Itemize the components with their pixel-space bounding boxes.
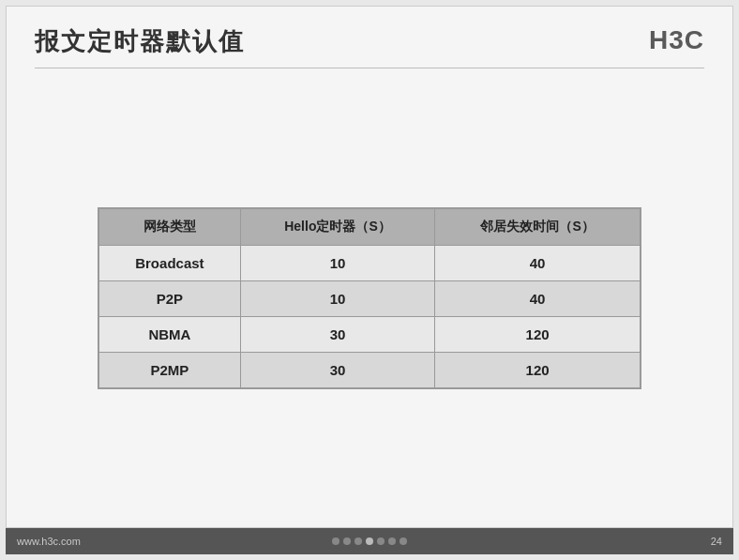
dot-2 [343,537,351,545]
table-row: P2MP30120 [98,352,641,388]
cell-3-0: P2MP [98,352,240,388]
cell-3-1: 30 [240,352,435,388]
dot-5 [377,537,385,545]
cell-1-1: 10 [240,280,435,316]
cell-1-0: P2P [98,280,240,316]
table-row: Broadcast1040 [98,245,641,280]
cell-0-0: Broadcast [98,245,240,280]
dot-6 [388,537,396,545]
col-header-hello: Hello定时器（S） [240,208,435,246]
footer-page: 24 [711,536,722,547]
cell-0-2: 40 [435,245,641,280]
content-area: 网络类型 Hello定时器（S） 邻居失效时间（S） Broadcast1040… [35,87,704,508]
dot-7 [400,537,407,545]
timer-table: 网络类型 Hello定时器（S） 邻居失效时间（S） Broadcast1040… [98,207,641,389]
table-wrapper: 网络类型 Hello定时器（S） 邻居失效时间（S） Broadcast1040… [98,207,641,389]
col-header-neighbor: 邻居失效时间（S） [435,208,641,246]
table-row: P2P1040 [98,280,641,316]
cell-2-2: 120 [435,316,641,352]
dot-4 [366,537,373,545]
footer: www.h3c.com 24 [6,528,733,554]
dot-3 [354,537,362,545]
table-header-row: 网络类型 Hello定时器（S） 邻居失效时间（S） [98,208,641,246]
dot-1 [332,537,339,545]
cell-2-0: NBMA [98,316,240,352]
cell-1-2: 40 [435,280,641,316]
cell-0-1: 10 [240,245,435,280]
slide-title: 报文定时器默认值 [35,25,245,58]
slide-header: 报文定时器默认值 H3C [35,25,704,68]
cell-2-1: 30 [240,316,435,352]
table-row: NBMA30120 [98,316,641,352]
h3c-logo: H3C [649,25,704,55]
cell-3-2: 120 [435,352,641,388]
footer-url: www.h3c.com [17,536,81,547]
slide-container: 报文定时器默认值 H3C 网络类型 Hello定时器（S） 邻居失效时间（S） … [6,6,733,528]
footer-dots [332,537,407,545]
col-header-network: 网络类型 [98,208,240,246]
